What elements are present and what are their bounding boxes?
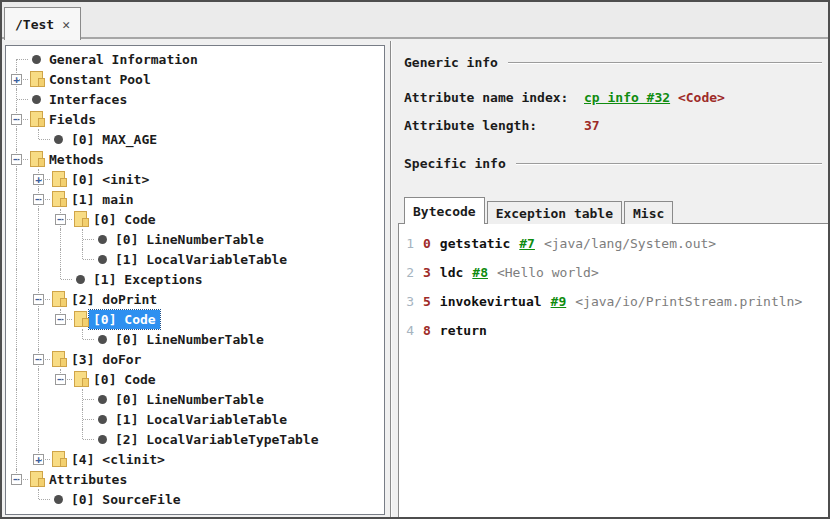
bullet-icon [32,95,41,104]
collapse-icon[interactable]: − [11,474,22,485]
tree-node-label[interactable]: [0] MAX_AGE [67,130,161,149]
collapse-icon[interactable]: − [11,114,22,125]
tree-guide [50,249,72,269]
tree-node-label[interactable]: General Information [45,50,202,69]
expand-icon[interactable]: + [11,74,22,85]
constant-ref-link[interactable]: #8 [472,265,488,280]
folder-icon [52,291,65,307]
constant-ref-link[interactable]: #7 [519,236,535,251]
attribute-length-label: Attribute length: [404,112,584,140]
collapse-icon[interactable]: − [33,354,44,365]
collapse-icon[interactable]: − [33,294,44,305]
tree-guide [6,329,28,349]
tree-node-label[interactable]: [0] LineNumberTable [111,230,268,249]
tree-node[interactable]: [0] MAX_AGE [6,129,384,149]
tree-node[interactable]: [0] LineNumberTable [6,329,384,349]
bytecode-line: 48return [405,316,822,345]
tree-node-label[interactable]: [1] main [67,190,138,209]
expand-icon[interactable]: + [33,454,44,465]
collapse-icon[interactable]: − [55,314,66,325]
collapse-icon[interactable]: − [33,194,44,205]
tab-bytecode[interactable]: Bytecode [404,197,485,224]
tree-node[interactable]: −Fields [6,109,384,129]
tree-node[interactable]: −[0] Code [6,209,384,229]
specific-info-tabs: Bytecode Exception table Misc [404,197,822,224]
constant-pool-link[interactable]: cp info #32 [584,90,670,105]
collapse-icon[interactable]: − [11,154,22,165]
tree-node[interactable]: −[3] doFor [6,349,384,369]
tree-guide: − [28,189,50,209]
tree-node[interactable]: [1] Exceptions [6,269,384,289]
collapse-icon[interactable]: − [55,214,66,225]
tree-node-label[interactable]: [0] Code [89,310,160,329]
bullet-icon [54,135,63,144]
tree-node-label[interactable]: [0] LineNumberTable [111,330,268,349]
tree-node[interactable]: +Constant Pool [6,69,384,89]
tree-guide [50,229,72,249]
tree-node[interactable]: +[0] <init> [6,169,384,189]
tree-node-label[interactable]: Constant Pool [45,70,155,89]
tree-node-label[interactable]: Attributes [45,470,131,489]
tree-guide: − [50,209,72,229]
class-structure-tree[interactable]: General Information+Constant PoolInterfa… [5,45,385,515]
collapse-icon[interactable]: − [55,374,66,385]
tree-guide [28,209,50,229]
tree-guide: − [6,109,28,129]
tree-node[interactable]: −[2] doPrint [6,289,384,309]
tree-node-label[interactable]: [0] LineNumberTable [111,390,268,409]
tree-guide [28,489,50,509]
tree-node[interactable]: [1] LocalVariableTable [6,249,384,269]
tree-node-label[interactable]: [3] doFor [67,350,145,369]
tree-node[interactable]: [0] SourceFile [6,489,384,509]
bytecode-offset: 8 [423,323,431,338]
tree-node[interactable]: [2] LocalVariableTypeTable [6,429,384,449]
tree-node-label[interactable]: [0] SourceFile [67,490,185,509]
tree-node-label[interactable]: [1] LocalVariableTable [111,410,291,429]
tree-guide [28,329,50,349]
tree-node[interactable]: −[1] main [6,189,384,209]
tree-node[interactable]: −Attributes [6,469,384,489]
tab-exception-table[interactable]: Exception table [487,201,622,224]
tree-node-label[interactable]: [0] Code [89,210,160,229]
tree-guide [28,429,50,449]
tree-node-label[interactable]: [2] LocalVariableTypeTable [111,430,323,449]
attribute-name-index-label: Attribute name index: [404,84,584,112]
constant-ref-link[interactable]: #9 [551,294,567,309]
tree-node-label[interactable]: Interfaces [45,90,131,109]
tree-node[interactable]: [0] LineNumberTable [6,389,384,409]
tree-node-label[interactable]: [1] LocalVariableTable [111,250,291,269]
bytecode-panel[interactable]: 10getstatic#7<java/lang/System.out>23ldc… [398,223,828,517]
bullet-icon [98,435,107,444]
tab-close-icon[interactable]: ✕ [62,18,70,31]
file-tab-bar: /Test ✕ [2,2,828,39]
tree-node-label[interactable]: [2] doPrint [67,290,161,309]
tree-node[interactable]: −Methods [6,149,384,169]
tree-node-label[interactable]: Fields [45,110,100,129]
tree-node[interactable]: −[0] Code [6,309,384,329]
tree-guide: − [28,349,50,369]
tree-node-label[interactable]: [4] <clinit> [67,450,169,469]
tree-guide [72,389,94,409]
tree-guide [6,349,28,369]
tree-node-label[interactable]: [0] Code [89,370,160,389]
bytecode-offset: 5 [423,294,431,309]
file-tab[interactable]: /Test ✕ [4,7,81,40]
tree-node-label[interactable]: [1] Exceptions [89,270,207,289]
tab-misc[interactable]: Misc [624,201,673,224]
tree-node[interactable]: [0] LineNumberTable [6,229,384,249]
tree-node[interactable]: −[0] Code [6,369,384,389]
tree-node-label[interactable]: Methods [45,150,108,169]
bytecode-line: 35invokevirtual#9<java/io/PrintStream.pr… [405,287,822,316]
attribute-name-value: <Code> [678,90,725,105]
tree-node[interactable]: [1] LocalVariableTable [6,409,384,429]
tree-node[interactable]: General Information [6,49,384,69]
expand-icon[interactable]: + [33,174,44,185]
tree-guide [72,409,94,429]
tree-node[interactable]: +[4] <clinit> [6,449,384,469]
tree-node[interactable]: Interfaces [6,89,384,109]
folder-icon [30,71,43,87]
opcode-mnemonic: ldc [440,265,463,280]
bullet-icon [98,335,107,344]
tree-node-label[interactable]: [0] <init> [67,170,153,189]
attribute-length-value: 37 [584,112,600,140]
